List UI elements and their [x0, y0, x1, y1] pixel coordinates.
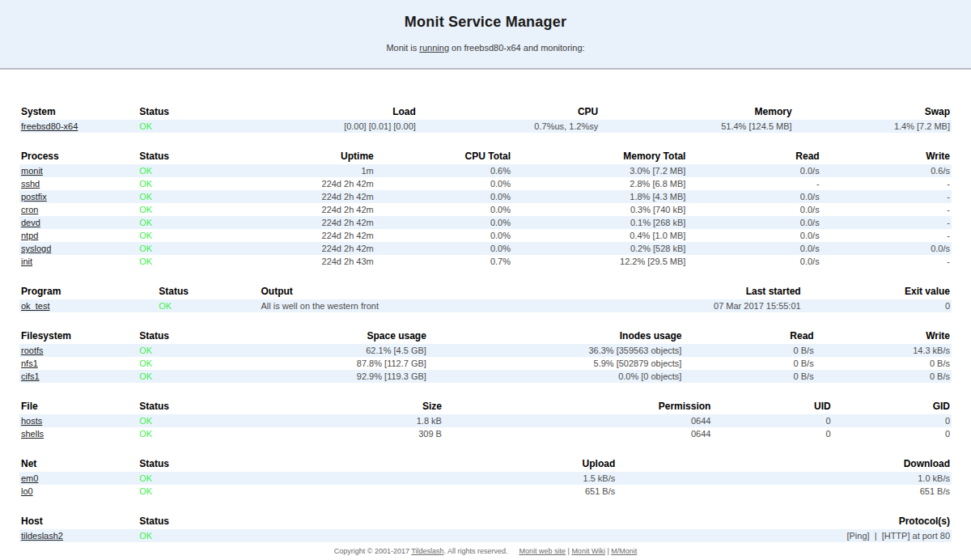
column-header-cpu-total: CPU Total [375, 148, 512, 164]
column-header-read: Read [687, 148, 820, 164]
status-badge: OK [138, 216, 259, 229]
service-link-devd[interactable]: devd [21, 218, 40, 227]
table-row: rootfsOK62.1% [4.5 GB]36.3% [359563 obje… [19, 344, 952, 357]
system-table: SystemStatusLoadCPUMemorySwapfreebsd80-x… [19, 104, 952, 133]
cell-value: 12.2% [29.5 MB] [512, 255, 687, 268]
column-header-download: Download [617, 456, 952, 472]
service-link-sshd[interactable]: sshd [21, 179, 40, 189]
table-row: ntpdOK224d 2h 42m0.0%0.4% [1.0 MB]0.0/s- [19, 229, 952, 242]
service-link-lo0[interactable]: lo0 [21, 486, 33, 496]
cell-value: 0.0/s [687, 255, 820, 268]
status-badge: OK [138, 177, 259, 190]
service-name-cell: sshd [19, 177, 138, 190]
column-header-process: Process [19, 148, 138, 164]
column-header-gid: GID [833, 398, 952, 414]
status-badge: OK [138, 242, 259, 255]
cell-value: 0.1% [268 kB] [512, 216, 687, 229]
cell-value: 0.4% [1.0 MB] [512, 229, 687, 242]
subtitle-suffix: on freebsd80-x64 and monitoring: [449, 43, 585, 53]
cell-value: 14.3 kB/s [816, 344, 952, 357]
column-header-filesystem: Filesystem [19, 328, 138, 344]
service-link-init[interactable]: init [21, 257, 32, 266]
cell-value: [Ping] | [HTTP] at port 80 [260, 529, 952, 542]
service-link-rootfs[interactable]: rootfs [21, 346, 44, 355]
column-header-swap: Swap [794, 104, 952, 120]
cell-value: [0.00] [0.01] [0.00] [260, 120, 418, 133]
table-row: devdOK224d 2h 42m0.0%0.1% [268 kB]0.0/s- [19, 216, 952, 229]
service-link-cifs1[interactable]: cifs1 [21, 371, 40, 381]
monit-wiki-link[interactable]: Monit Wiki [571, 547, 605, 555]
net-table: NetStatusUploadDownloadem0OK1.5 kB/s1.0 … [19, 456, 952, 498]
status-badge: OK [138, 427, 259, 440]
service-link-syslogd[interactable]: syslogd [21, 244, 51, 253]
column-header-status: Status [138, 456, 259, 472]
tildeslash-link[interactable]: Tildeslash [411, 547, 443, 555]
status-badge: OK [138, 190, 259, 203]
cell-value: - [821, 216, 952, 229]
column-header-permission: Permission [443, 398, 713, 414]
cell-value: 224d 2h 42m [260, 216, 375, 229]
cell-value: 1.5 kB/s [260, 472, 617, 485]
cell-value: 0.0% [0 objects] [428, 370, 684, 383]
cell-value: 0 B/s [816, 357, 952, 370]
column-header-system: System [19, 104, 138, 120]
cell-value: 36.3% [359563 objects] [428, 344, 684, 357]
column-header-host: Host [19, 513, 138, 529]
column-header-cpu: CPU [418, 104, 600, 120]
column-header-status: Status [138, 104, 259, 120]
service-link-ntpd[interactable]: ntpd [21, 231, 38, 240]
service-name-cell: rootfs [19, 344, 138, 357]
cell-value: 224d 2h 42m [260, 229, 375, 242]
process-table: ProcessStatusUptimeCPU TotalMemory Total… [19, 148, 952, 268]
copyright-text: Copyright © 2001-2017 [334, 547, 412, 555]
service-link-tildeslash2[interactable]: tildeslash2 [21, 531, 63, 541]
column-header-net: Net [19, 456, 138, 472]
cell-value: 224d 2h 42m [260, 203, 375, 216]
cell-value: 1m [260, 164, 375, 177]
cell-value: 0 B/s [683, 370, 815, 383]
service-link-freebsd80-x64[interactable]: freebsd80-x64 [21, 121, 78, 131]
cell-value: 0.7% [375, 255, 512, 268]
service-link-postfix[interactable]: postfix [21, 192, 47, 202]
cell-value: 92.9% [119.3 GB] [260, 370, 428, 383]
service-link-shells[interactable]: shells [21, 429, 44, 439]
running-status-link[interactable]: running [419, 43, 449, 53]
cell-value: 0.6% [375, 164, 512, 177]
column-header-last-started: Last started [648, 283, 802, 299]
monitoring-subtitle: Monit is running on freebsd80-x64 and mo… [0, 43, 971, 53]
service-link-cron[interactable]: cron [21, 205, 38, 214]
service-link-monit[interactable]: monit [21, 166, 43, 176]
column-header-exit-value: Exit value [803, 283, 952, 299]
service-name-cell: shells [19, 427, 138, 440]
service-link-em0[interactable]: em0 [21, 473, 38, 483]
cell-value: 1.8 kB [260, 414, 443, 427]
column-header-uptime: Uptime [260, 148, 375, 164]
service-name-cell: devd [19, 216, 138, 229]
service-name-cell: nfs1 [19, 357, 138, 370]
cell-value: 0.0% [375, 229, 512, 242]
column-header-space-usage: Space usage [260, 328, 428, 344]
service-link-ok_test[interactable]: ok_test [21, 301, 49, 311]
host-table: HostStatusProtocol(s)tildeslash2OK[Ping]… [19, 513, 952, 542]
page-header: Monit Service Manager Monit is running o… [0, 0, 971, 70]
monit-web-site-link[interactable]: Monit web site [519, 547, 566, 555]
mmonit-link[interactable]: M/Monit [611, 547, 637, 555]
cell-value: - [687, 177, 820, 190]
rights-text: . All rights reserved. [443, 547, 507, 555]
service-name-cell: init [19, 255, 138, 268]
cell-value: 0.0/s [687, 229, 820, 242]
table-row: cronOK224d 2h 42m0.0%0.3% [740 kB]0.0/s- [19, 203, 952, 216]
cell-value: 0 [712, 427, 832, 440]
service-name-cell: ntpd [19, 229, 138, 242]
column-header-protocol-s-: Protocol(s) [260, 513, 952, 529]
cell-value: 0.0/s [687, 203, 820, 216]
table-row: em0OK1.5 kB/s1.0 kB/s [19, 472, 952, 485]
tables-container: SystemStatusLoadCPUMemorySwapfreebsd80-x… [0, 70, 971, 542]
service-link-hosts[interactable]: hosts [21, 416, 42, 426]
column-header-memory-total: Memory Total [512, 148, 687, 164]
filesystem-table: FilesystemStatusSpace usageInodes usageR… [19, 328, 952, 383]
cell-value: 0.0% [375, 216, 512, 229]
status-badge: OK [138, 414, 259, 427]
table-row: lo0OK651 B/s651 B/s [19, 485, 952, 498]
service-link-nfs1[interactable]: nfs1 [21, 358, 38, 368]
